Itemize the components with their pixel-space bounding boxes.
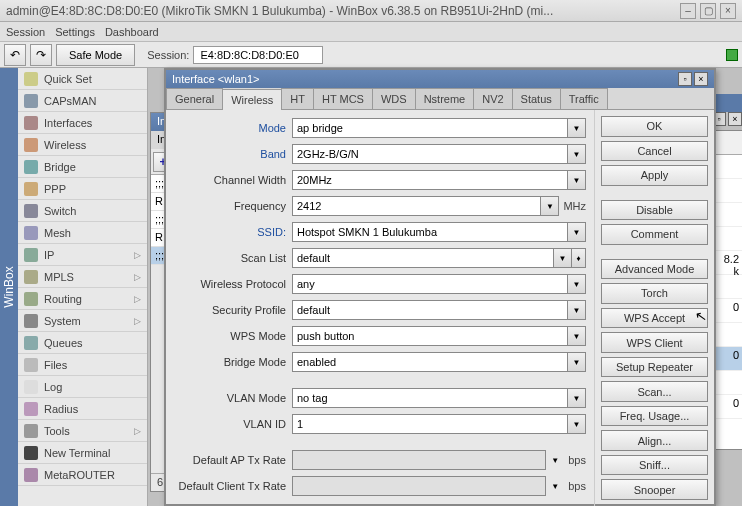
dropdown-icon[interactable]: ▼ bbox=[568, 170, 586, 190]
cltx-input[interactable] bbox=[292, 476, 546, 496]
sidebar-item-ppp[interactable]: PPP bbox=[18, 178, 147, 200]
sw-icon bbox=[24, 204, 38, 218]
close-button[interactable]: × bbox=[720, 3, 736, 19]
dropdown-icon[interactable]: ▼ bbox=[541, 196, 559, 216]
sidebar-item-quick-set[interactable]: Quick Set bbox=[18, 68, 147, 90]
disable-button[interactable]: Disable bbox=[601, 200, 708, 221]
torch-button[interactable]: Torch bbox=[601, 283, 708, 304]
cancel-button[interactable]: Cancel bbox=[601, 141, 708, 162]
freq-input[interactable] bbox=[292, 196, 541, 216]
redo-button[interactable]: ↷ bbox=[30, 44, 52, 66]
comment-button[interactable]: Comment bbox=[601, 224, 708, 245]
sec-input[interactable] bbox=[292, 300, 568, 320]
sidebar-item-mesh[interactable]: Mesh bbox=[18, 222, 147, 244]
adv-button[interactable]: Advanced Mode bbox=[601, 259, 708, 280]
sidebar-item-wireless[interactable]: Wireless bbox=[18, 134, 147, 156]
aptx-input[interactable] bbox=[292, 450, 546, 470]
dropdown-icon[interactable]: ▼ bbox=[568, 300, 586, 320]
setup-button[interactable]: Setup Repeater bbox=[601, 357, 708, 378]
sidebar-item-capsman[interactable]: CAPsMAN bbox=[18, 90, 147, 112]
window-titlebar: admin@E4:8D:8C:D8:D0:E0 (MikroTik SMKN 1… bbox=[0, 0, 742, 22]
mode-input[interactable] bbox=[292, 118, 568, 138]
field-label-ssid: SSID: bbox=[174, 226, 292, 238]
dropdown-icon[interactable]: ▼ bbox=[568, 222, 586, 242]
field-row-sec: Security Profile▼ bbox=[174, 298, 586, 322]
sidebar-item-tools[interactable]: Tools▷ bbox=[18, 420, 147, 442]
ssid-input[interactable] bbox=[292, 222, 568, 242]
wpsc-button[interactable]: WPS Client bbox=[601, 332, 708, 353]
dialog-minimize-icon[interactable]: ▫ bbox=[678, 72, 692, 86]
sniff-button[interactable]: Sniff... bbox=[601, 455, 708, 476]
band-input[interactable] bbox=[292, 144, 568, 164]
tab-wds[interactable]: WDS bbox=[372, 88, 416, 109]
dialog-form: Mode▼Band▼Channel Width▼Frequency▼MHzSSI… bbox=[166, 110, 594, 506]
down-arrow-icon[interactable]: ▼ bbox=[546, 450, 564, 470]
vlanmode-input[interactable] bbox=[292, 388, 568, 408]
wpsa-button[interactable]: WPS Accept bbox=[601, 308, 708, 329]
field-label-freq: Frequency bbox=[174, 200, 292, 212]
sidebar-vertical: WinBox bbox=[0, 68, 18, 506]
bg2-cell bbox=[715, 323, 742, 347]
snoop-button[interactable]: Snooper bbox=[601, 479, 708, 500]
dropdown-icon[interactable]: ▼ bbox=[554, 248, 572, 268]
sidebar-item-mpls[interactable]: MPLS▷ bbox=[18, 266, 147, 288]
scan-button[interactable]: Scan... bbox=[601, 381, 708, 402]
menu-dashboard[interactable]: Dashboard bbox=[105, 26, 159, 38]
field-row-band: Band▼ bbox=[174, 142, 586, 166]
maximize-button[interactable]: ▢ bbox=[700, 3, 716, 19]
field-row-aptx: Default AP Tx Rate▼bps bbox=[174, 448, 586, 472]
updown-icon[interactable]: ♦ bbox=[572, 248, 586, 268]
bg2-cell: 8.2 k bbox=[715, 251, 742, 275]
dropdown-icon[interactable]: ▼ bbox=[568, 118, 586, 138]
tab-general[interactable]: General bbox=[166, 88, 223, 109]
down-arrow-icon[interactable]: ▼ bbox=[546, 476, 564, 496]
tab-status[interactable]: Status bbox=[512, 88, 561, 109]
scan-input[interactable] bbox=[292, 248, 554, 268]
undo-button[interactable]: ↶ bbox=[4, 44, 26, 66]
sidebar-item-radius[interactable]: Radius bbox=[18, 398, 147, 420]
sidebar-item-routing[interactable]: Routing▷ bbox=[18, 288, 147, 310]
dropdown-icon[interactable]: ▼ bbox=[568, 388, 586, 408]
dropdown-icon[interactable]: ▼ bbox=[568, 144, 586, 164]
dropdown-icon[interactable]: ▼ bbox=[568, 352, 586, 372]
menu-settings[interactable]: Settings bbox=[55, 26, 95, 38]
nav-label: Radius bbox=[44, 403, 78, 415]
sidebar-item-bridge[interactable]: Bridge bbox=[18, 156, 147, 178]
sidebar-item-log[interactable]: Log bbox=[18, 376, 147, 398]
bg2-cell: 0 bbox=[715, 395, 742, 419]
apply-button[interactable]: Apply bbox=[601, 165, 708, 186]
tab-traffic[interactable]: Traffic bbox=[560, 88, 608, 109]
wps-input[interactable] bbox=[292, 326, 568, 346]
tab-nstreme[interactable]: Nstreme bbox=[415, 88, 475, 109]
align-button[interactable]: Align... bbox=[601, 430, 708, 451]
sidebar-item-interfaces[interactable]: Interfaces bbox=[18, 112, 147, 134]
tab-ht[interactable]: HT bbox=[281, 88, 314, 109]
sidebar-item-queues[interactable]: Queues bbox=[18, 332, 147, 354]
minimize-button[interactable]: – bbox=[680, 3, 696, 19]
sidebar-item-system[interactable]: System▷ bbox=[18, 310, 147, 332]
nav-label: IP bbox=[44, 249, 54, 261]
cwidth-input[interactable] bbox=[292, 170, 568, 190]
safe-mode-button[interactable]: Safe Mode bbox=[56, 44, 135, 66]
dropdown-icon[interactable]: ▼ bbox=[568, 274, 586, 294]
proto-input[interactable] bbox=[292, 274, 568, 294]
bg2-cell bbox=[715, 227, 742, 251]
sidebar-item-new-terminal[interactable]: New Terminal bbox=[18, 442, 147, 464]
freq-button[interactable]: Freq. Usage... bbox=[601, 406, 708, 427]
tab-ht-mcs[interactable]: HT MCS bbox=[313, 88, 373, 109]
vlanid-input[interactable] bbox=[292, 414, 568, 434]
bg2-close-icon[interactable]: × bbox=[728, 112, 742, 126]
sidebar-item-switch[interactable]: Switch bbox=[18, 200, 147, 222]
sidebar-item-ip[interactable]: IP▷ bbox=[18, 244, 147, 266]
ok-button[interactable]: OK bbox=[601, 116, 708, 137]
dropdown-icon[interactable]: ▼ bbox=[568, 326, 586, 346]
dropdown-icon[interactable]: ▼ bbox=[568, 414, 586, 434]
sidebar-item-metarouter[interactable]: MetaROUTER bbox=[18, 464, 147, 486]
tab-wireless[interactable]: Wireless bbox=[222, 89, 282, 110]
sidebar-item-files[interactable]: Files bbox=[18, 354, 147, 376]
dialog-close-icon[interactable]: × bbox=[694, 72, 708, 86]
bg2-cell bbox=[715, 179, 742, 203]
tab-nv2[interactable]: NV2 bbox=[473, 88, 512, 109]
bridge-input[interactable] bbox=[292, 352, 568, 372]
menu-session[interactable]: Session bbox=[6, 26, 45, 38]
